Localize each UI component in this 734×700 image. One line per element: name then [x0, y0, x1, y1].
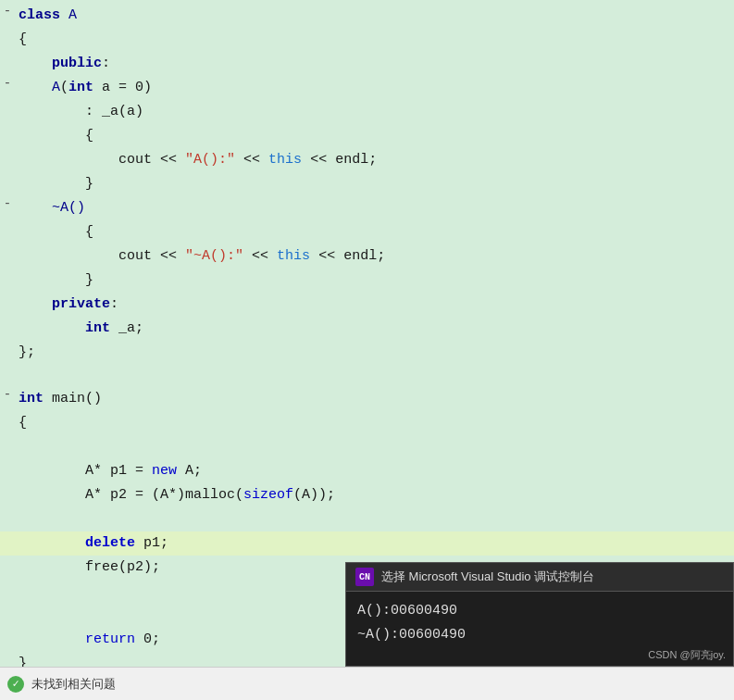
- code-content: public:: [15, 52, 734, 76]
- token: A: [68, 7, 77, 23]
- code-content: {: [15, 411, 734, 435]
- token: A: [52, 80, 60, 95]
- code-content: }: [15, 269, 734, 293]
- indent-space: [19, 272, 85, 288]
- code-line: [0, 435, 734, 459]
- console-title: 选择 Microsoft Visual Studio 调试控制台: [381, 569, 594, 585]
- token: this: [277, 248, 310, 264]
- token: : _a(a): [85, 104, 143, 119]
- token: (p2);: [118, 559, 160, 575]
- code-content: int _a;: [15, 317, 734, 341]
- code-line: {: [0, 220, 734, 244]
- code-content: {: [15, 220, 734, 244]
- indent-space: [19, 463, 85, 479]
- token: a = 0): [93, 80, 152, 95]
- code-line: - A(int a = 0): [0, 76, 734, 100]
- indent-space: [19, 320, 85, 336]
- indent-space: [19, 200, 52, 216]
- token: p1;: [135, 535, 168, 551]
- token: }: [19, 656, 27, 667]
- code-line: }: [0, 172, 734, 196]
- indent-space: [19, 511, 85, 527]
- fold-icon[interactable]: -: [0, 387, 15, 402]
- indent-space: [19, 583, 85, 599]
- code-content: };: [15, 341, 734, 365]
- indent-space: [19, 104, 85, 119]
- code-line: A* p2 = (A*)malloc(sizeof(A));: [0, 483, 734, 507]
- indent-space: [19, 128, 85, 144]
- token: return: [85, 631, 135, 647]
- code-content: ~A(): [15, 196, 734, 220]
- code-content: delete p1;: [15, 531, 734, 556]
- console-body: A():00600490 ~A():00600490 CSDN @阿亮joy.: [346, 592, 733, 666]
- indent-space: [19, 296, 52, 312]
- token: int: [85, 320, 110, 336]
- token: <<: [243, 248, 277, 264]
- console-line-1: A():00600490: [357, 599, 722, 623]
- token: A* p1 =: [85, 463, 152, 479]
- token: malloc: [185, 487, 235, 503]
- fold-icon[interactable]: -: [0, 4, 15, 19]
- token: };: [19, 344, 35, 360]
- fold-icon[interactable]: -: [0, 196, 15, 211]
- token: "~A():": [185, 248, 243, 264]
- token: cout: [118, 248, 160, 264]
- status-text: 未找到相关问题: [31, 676, 116, 693]
- indent-space: [19, 487, 85, 503]
- token: delete: [85, 535, 135, 551]
- token: :: [110, 296, 118, 312]
- indent-space: [19, 248, 118, 264]
- token: private: [52, 296, 110, 312]
- code-content: {: [15, 28, 734, 52]
- code-line: A* p1 = new A;: [0, 459, 734, 483]
- token: new: [152, 463, 177, 479]
- code-line: public:: [0, 52, 734, 76]
- status-ok-icon: ✓: [7, 676, 24, 693]
- code-content: [15, 365, 734, 367]
- code-line: [0, 365, 734, 387]
- code-content: [15, 507, 734, 531]
- token: this: [268, 152, 302, 168]
- status-bar: ✓ 未找到相关问题: [0, 667, 734, 700]
- indent-space: [19, 631, 85, 647]
- fold-icon[interactable]: -: [0, 76, 15, 91]
- code-line: -class A: [0, 4, 734, 28]
- code-line: [0, 507, 734, 531]
- console-app-icon: CN: [355, 568, 374, 586]
- console-titlebar: CN 选择 Microsoft Visual Studio 调试控制台: [346, 563, 733, 592]
- token: (: [60, 80, 68, 95]
- token: A;: [177, 463, 202, 479]
- code-line: };: [0, 341, 734, 365]
- code-line: delete p1;: [0, 531, 734, 556]
- token: free: [85, 559, 118, 575]
- token: (A));: [293, 487, 335, 503]
- code-content: A* p1 = new A;: [15, 459, 734, 483]
- console-line-2: ~A():00600490: [357, 623, 722, 647]
- code-content: }: [15, 172, 734, 196]
- code-content: A(int a = 0): [15, 76, 734, 100]
- indent-space: [19, 439, 85, 455]
- code-line: {: [0, 28, 734, 52]
- code-line: int _a;: [0, 317, 734, 341]
- indent-space: [19, 152, 118, 168]
- indent-space: [19, 56, 52, 71]
- token: {: [19, 415, 27, 431]
- code-line: {: [0, 411, 734, 435]
- console-brand: CSDN @阿亮joy.: [648, 648, 726, 662]
- token: :: [102, 56, 110, 71]
- token: <<: [160, 248, 177, 264]
- code-content: [15, 435, 734, 459]
- indent-space: [19, 80, 52, 95]
- token: sizeof: [243, 487, 293, 503]
- token: << endl;: [302, 152, 377, 168]
- code-content: class A: [15, 4, 734, 28]
- token: public: [52, 56, 102, 71]
- token: {: [85, 224, 93, 240]
- token: [177, 248, 185, 264]
- code-content: cout << "~A():" << this << endl;: [15, 244, 734, 269]
- token: int: [68, 80, 93, 95]
- code-line: cout << "A():" << this << endl;: [0, 148, 734, 172]
- token: "A():": [185, 152, 235, 168]
- code-line: private:: [0, 293, 734, 317]
- code-content: : _a(a): [15, 100, 734, 124]
